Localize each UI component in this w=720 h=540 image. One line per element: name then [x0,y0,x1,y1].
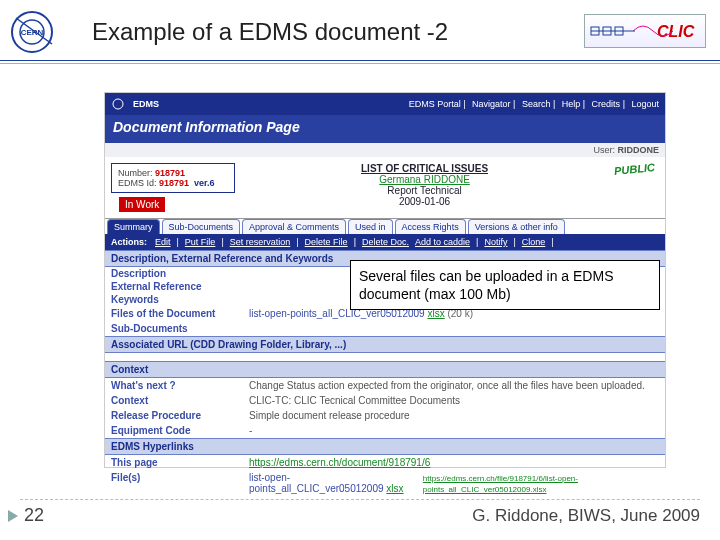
whats-next-label: What's next ? [111,380,241,391]
link-navigator[interactable]: Navigator [472,99,511,109]
equip-label: Equipment Code [111,425,241,436]
annotation-callout: Several files can be uploaded in a EDMS … [350,260,660,310]
action-setres[interactable]: Set reservation [230,237,291,247]
svg-point-9 [113,99,123,109]
link-portal[interactable]: EDMS Portal [409,99,461,109]
cern-mini-icon [111,97,129,111]
clic-logo: CLIC [584,14,706,48]
action-putfile[interactable]: Put File [185,237,216,247]
section-links: EDMS Hyperlinks [105,438,665,455]
footer-divider [20,499,700,500]
file2-entry: list-open-points_all_CLIC_ver05012009 xl… [249,472,415,494]
footer-text: G. Riddone, BIWS, June 2009 [472,506,700,526]
edms-topbar: EDMS EDMS Portal | Navigator | Search | … [105,93,665,115]
action-caddie[interactable]: Add to caddie [415,237,470,247]
actions-bar: Actions: Edit| Put File| Set reservation… [105,234,665,250]
number-box: Number: 918791 EDMS Id: 918791 ver.6 [111,163,235,193]
tab-usedin[interactable]: Used in [348,219,393,234]
file2-ext[interactable]: xlsx [386,483,403,494]
thispage-link[interactable]: https://edms.cern.ch/document/918791/6 [249,457,430,468]
section-assoc-url: Associated URL (CDD Drawing Folder, Libr… [105,336,665,353]
release-value: Simple document release procedure [249,410,410,421]
action-clone[interactable]: Clone [522,237,546,247]
tab-subdocs[interactable]: Sub-Documents [162,219,241,234]
divider [0,60,720,64]
portal-links: EDMS Portal | Navigator | Search | Help … [405,99,659,109]
link-logout[interactable]: Logout [631,99,659,109]
file2-url[interactable]: https://edms.cern.ch/file/918791/6/list-… [423,474,578,494]
thispage-label: This page [111,457,241,468]
user-label: User: RIDDONE [105,143,665,157]
slide-title: Example of a EDMS document -2 [92,18,448,46]
link-help[interactable]: Help [562,99,581,109]
tabs: Summary Sub-Documents Approval & Comment… [105,219,665,234]
tab-approval[interactable]: Approval & Comments [242,219,346,234]
tab-access[interactable]: Access Rights [395,219,466,234]
context-value: CLIC-TC: CLIC Tecnical Committee Documen… [249,395,460,406]
action-notify[interactable]: Notify [484,237,507,247]
status-badge: In Work [119,197,165,212]
action-delfile[interactable]: Delete File [305,237,348,247]
svg-text:CLIC: CLIC [657,23,695,40]
public-stamp: PUBLIC [614,161,656,177]
link-search[interactable]: Search [522,99,551,109]
whats-next-text: Change Status action expected from the o… [249,380,645,391]
equip-value: - [249,425,252,436]
files2-label: File(s) [111,472,241,494]
release-label: Release Procedure [111,410,241,421]
page-header: Document Information Page [105,115,665,139]
subdocs-label: Sub-Documents [111,323,241,334]
page-number: 22 [24,505,44,526]
action-deldoc[interactable]: Delete Doc. [362,237,409,247]
svg-text:CERN: CERN [21,28,44,37]
files-label: Files of the Document [111,308,241,319]
link-credits[interactable]: Credits [592,99,621,109]
tab-versions[interactable]: Versions & other info [468,219,565,234]
cern-logo: CERN [8,8,56,56]
tab-summary[interactable]: Summary [107,219,160,234]
page-arrow-icon [8,510,18,522]
context-label: Context [111,395,241,406]
edms-badge: EDMS [133,99,159,109]
action-edit[interactable]: Edit [155,237,171,247]
doc-meta: LIST OF CRITICAL ISSUES Germana RIDDONE … [235,163,614,207]
section-context: Context [105,361,665,378]
